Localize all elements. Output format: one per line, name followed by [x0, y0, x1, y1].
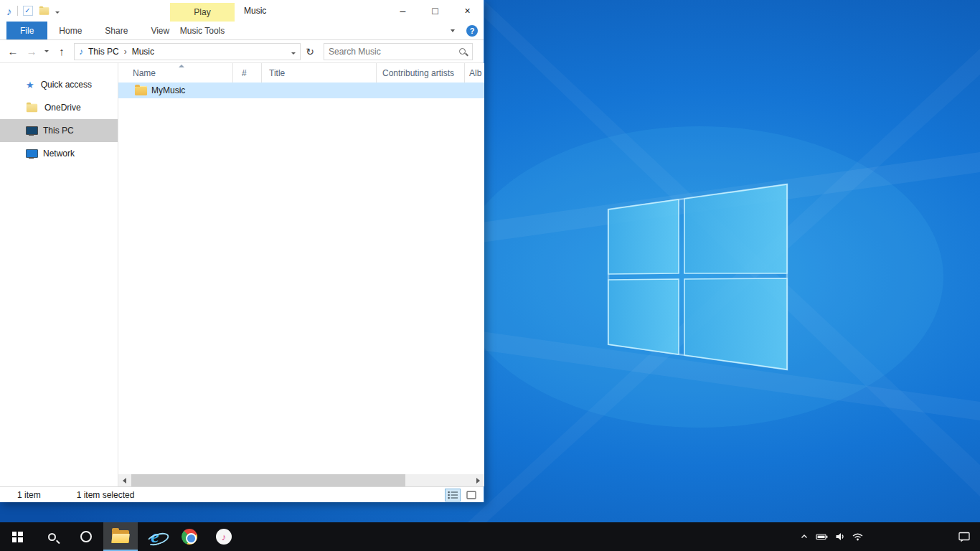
column-header-name[interactable]: Name — [118, 63, 233, 83]
qat-customize-chevron-icon[interactable] — [55, 6, 60, 16]
search-icon[interactable] — [459, 48, 466, 55]
address-bar[interactable]: ♪ This PC › Music — [74, 43, 301, 60]
quick-access-star-icon: ★ — [26, 80, 34, 90]
large-icons-view-button[interactable] — [463, 489, 479, 501]
wifi-icon — [852, 531, 864, 542]
itunes-button[interactable]: ♪ — [207, 522, 241, 551]
details-view-icon — [448, 491, 458, 499]
refresh-button[interactable]: ↻ — [302, 46, 318, 57]
contextual-group-play-badge[interactable]: Play — [170, 3, 235, 22]
status-bar: 1 item 1 item selected — [0, 486, 484, 502]
sort-ascending-icon — [179, 65, 184, 67]
scroll-right-icon — [476, 478, 480, 484]
help-button[interactable]: ? — [466, 25, 478, 37]
forward-button[interactable]: → — [23, 43, 40, 60]
chevron-up-icon — [799, 532, 809, 542]
scroll-left-button[interactable] — [118, 474, 131, 486]
sidebar-item-network[interactable]: Network — [0, 142, 118, 165]
search-icon — [48, 533, 56, 541]
sidebar-item-onedrive[interactable]: OneDrive — [0, 96, 118, 119]
search-input[interactable] — [324, 47, 459, 57]
navigation-pane: ★ Quick access OneDrive This PC Network — [0, 63, 118, 486]
file-explorer-window: ♪ ✓ Play Music – □ × File Home Share Vie… — [0, 0, 484, 502]
horizontal-scrollbar[interactable] — [118, 474, 484, 486]
qat-properties-icon[interactable]: ✓ — [23, 6, 33, 16]
app-music-icon: ♪ — [6, 5, 12, 17]
qat-new-folder-icon[interactable] — [39, 7, 49, 14]
large-icons-view-icon — [466, 491, 476, 499]
file-explorer-taskbar-button[interactable] — [103, 522, 138, 551]
chrome-icon — [182, 529, 197, 545]
internet-explorer-button[interactable]: e — [138, 522, 172, 551]
battery-icon — [816, 531, 828, 542]
internet-explorer-icon: e — [151, 527, 159, 546]
taskbar: e ♪ — [0, 522, 980, 551]
tray-spacer — [867, 522, 948, 551]
taskbar-search-button[interactable] — [34, 522, 69, 551]
windows-logo-icon — [12, 532, 23, 542]
qat-separator — [17, 6, 18, 16]
breadcrumb-chevron-icon[interactable]: › — [124, 47, 127, 57]
start-button[interactable] — [0, 522, 34, 551]
back-button[interactable]: ← — [4, 43, 22, 60]
tray-volume-button[interactable] — [831, 522, 849, 551]
file-explorer-icon — [112, 530, 129, 543]
file-list-pane[interactable]: Name # Title Contributing artists Alb — [118, 63, 484, 474]
location-music-icon: ♪ — [79, 47, 83, 57]
column-label: Title — [269, 68, 285, 78]
column-label: Name — [133, 68, 156, 78]
sidebar-item-label: This PC — [43, 126, 74, 136]
details-view-button[interactable] — [445, 489, 461, 501]
breadcrumb-this-pc[interactable]: This PC — [87, 47, 121, 57]
speaker-icon — [834, 531, 846, 542]
column-header-title[interactable]: Title — [262, 63, 377, 83]
recent-locations-chevron-icon[interactable] — [42, 43, 52, 60]
view-toggles — [445, 489, 479, 501]
chrome-button[interactable] — [172, 522, 207, 551]
column-label: Alb — [469, 68, 481, 78]
status-item-count: 1 item — [17, 490, 41, 500]
breadcrumb-music[interactable]: Music — [131, 47, 156, 57]
scroll-left-icon — [123, 478, 126, 484]
window-title: Music — [244, 0, 266, 22]
tab-music-tools[interactable]: Music Tools — [170, 22, 235, 40]
status-selection-count: 1 item selected — [77, 490, 135, 500]
close-button[interactable]: × — [451, 0, 484, 22]
tab-file[interactable]: File — [6, 22, 47, 39]
address-dropdown-chevron-icon[interactable] — [291, 47, 296, 57]
column-label: # — [242, 68, 247, 78]
sidebar-item-this-pc[interactable]: This PC — [0, 119, 118, 142]
tray-battery-button[interactable] — [813, 522, 831, 551]
scroll-right-button[interactable] — [472, 474, 484, 486]
scrollbar-thumb[interactable] — [131, 474, 405, 486]
address-toolbar: ← → ↑ ♪ This PC › Music ↻ — [0, 40, 484, 63]
column-header-contributing-artists[interactable]: Contributing artists — [377, 63, 465, 83]
cortana-button[interactable] — [69, 522, 103, 551]
search-box[interactable] — [324, 43, 473, 60]
column-header-album[interactable]: Alb — [465, 63, 484, 83]
column-headers: Name # Title Contributing artists Alb — [118, 63, 484, 83]
network-icon — [26, 149, 37, 159]
sidebar-item-label: Quick access — [41, 80, 92, 90]
sidebar-item-label: OneDrive — [44, 103, 81, 113]
tab-home[interactable]: Home — [47, 22, 93, 39]
sidebar-item-quick-access[interactable]: ★ Quick access — [0, 73, 118, 96]
ribbon-expand-chevron-icon[interactable] — [446, 22, 460, 40]
column-label: Contributing artists — [382, 68, 454, 78]
file-name: MyMusic — [151, 85, 185, 95]
titlebar[interactable]: ♪ ✓ Play Music – □ × — [0, 0, 484, 22]
sidebar-item-label: Network — [43, 149, 75, 159]
action-center-button[interactable] — [948, 522, 980, 551]
tray-show-hidden-icons-button[interactable] — [795, 522, 813, 551]
minimize-button[interactable]: – — [387, 0, 419, 22]
desktop: ♪ ✓ Play Music – □ × File Home Share Vie… — [0, 0, 980, 551]
file-row-mymusic[interactable]: MyMusic — [118, 83, 484, 98]
up-button[interactable]: ↑ — [53, 43, 70, 60]
maximize-button[interactable]: □ — [419, 0, 451, 22]
column-header-number[interactable]: # — [233, 63, 262, 83]
tab-share[interactable]: Share — [93, 22, 139, 39]
tray-network-button[interactable] — [849, 522, 867, 551]
caption-buttons: – □ × — [387, 0, 484, 22]
action-center-icon — [958, 531, 971, 542]
onedrive-icon — [27, 103, 37, 112]
